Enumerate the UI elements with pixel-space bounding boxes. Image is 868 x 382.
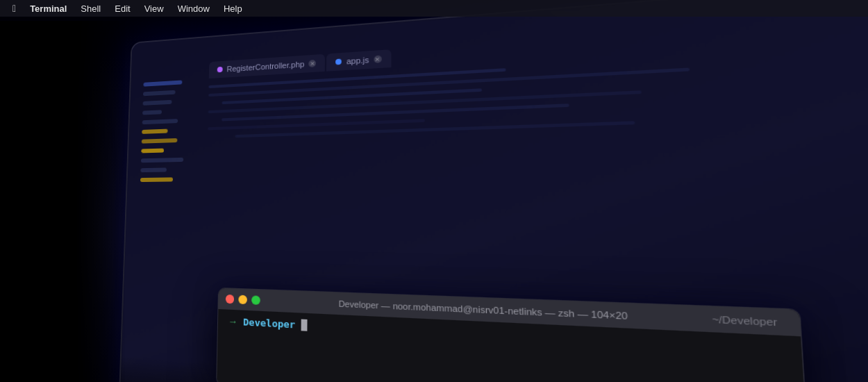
traffic-light-minimize[interactable] [238,295,247,305]
tab-register-label: RegisterController.php [226,60,304,74]
prompt-directory: Developer [243,316,295,330]
tab-dot-purple [217,67,223,73]
menubar:  Terminal Shell Edit View Window Help [0,0,868,17]
sidebar-line-yellow-3 [141,149,164,153]
sidebar-line-yellow-2 [142,138,178,144]
sidebar-line-6 [141,158,183,163]
monitor-screen: RegisterController.php ✕ app.js ✕ [120,0,868,382]
code-line-5 [222,103,569,121]
left-shadow-overlay [0,21,125,382]
tab-close-app[interactable]: ✕ [374,56,381,63]
code-line-6 [208,119,425,130]
menubar-window[interactable]: Window [171,2,217,15]
menubar-edit[interactable]: Edit [108,2,137,15]
sidebar-line-4 [142,110,162,115]
menubar-help[interactable]: Help [217,2,249,15]
tab-app-label: app.js [347,56,369,66]
tab-close-register[interactable]: ✕ [309,60,317,67]
sidebar-line-yellow-1 [142,129,167,134]
menubar-view[interactable]: View [137,2,171,15]
apple-menu-icon[interactable]:  [6,1,23,15]
prompt-arrow-icon: → [228,315,237,327]
tab-dot-blue [336,58,342,65]
sidebar-line-5 [142,119,178,124]
monitor-frame: RegisterController.php ✕ app.js ✕ [119,0,868,382]
menubar-terminal[interactable]: Terminal [23,2,74,15]
sidebar-line-2 [143,90,176,96]
menubar-shell[interactable]: Shell [74,2,108,15]
terminal-cursor [301,319,308,331]
sidebar-line-7 [140,167,167,172]
sidebar-line-yellow-4 [140,177,173,182]
traffic-light-close[interactable] [226,294,235,304]
monitor-perspective: RegisterController.php ✕ app.js ✕ [0,17,868,382]
terminal-path: ~/Developer [712,314,778,328]
traffic-light-maximize[interactable] [251,295,260,305]
sidebar-line-3 [143,100,172,106]
ide-sidebar [134,79,195,367]
